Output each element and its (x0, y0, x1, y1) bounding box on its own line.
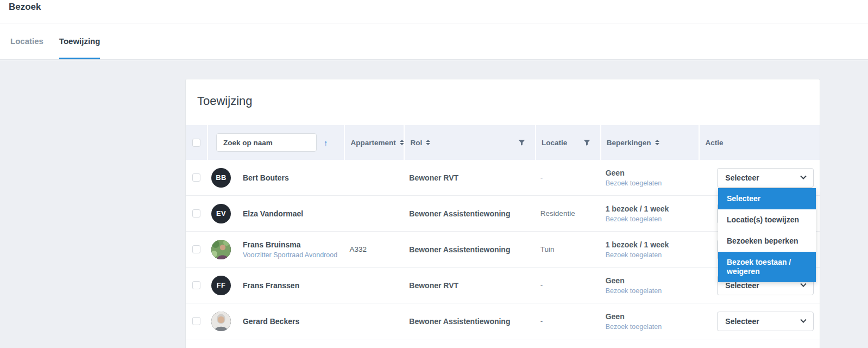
name-block: Bert Bouters (243, 173, 289, 182)
role-cell: Bewoner RVT (404, 268, 535, 303)
avatar (211, 240, 231, 259)
row-select-cell (186, 160, 207, 195)
role-cell: Bewoner Assistentiewoning (404, 303, 535, 339)
location-value: - (540, 317, 543, 325)
dropdown-menu-item[interactable]: Selecteer (718, 188, 816, 209)
apartment-cell: A332 (344, 232, 404, 267)
name-block: Frans Franssen (243, 281, 299, 290)
name-block: Elza Vandormael (243, 209, 303, 218)
restrictions-block: Geen Bezoek toegelaten (606, 169, 662, 187)
role-cell: Bewoner RVT (404, 160, 535, 195)
filter-icon[interactable] (583, 139, 590, 146)
restriction-note: Bezoek toegelaten (606, 215, 669, 223)
restrictions-cell: Geen Bezoek toegelaten (600, 268, 699, 303)
profile-photo (211, 240, 231, 259)
resident-name: Frans Bruinsma (243, 240, 337, 249)
tab-locaties[interactable]: Locaties (10, 23, 43, 59)
row-select-cell (186, 268, 207, 303)
action-select-button[interactable]: Selecteer (717, 312, 814, 331)
name-cell: Frans Bruinsma Voorzitter Sportraad Avon… (207, 232, 344, 267)
restrictions-block: Geen Bezoek toegelaten (606, 312, 662, 331)
role-value: Bewoner Assistentiewoning (409, 317, 510, 326)
column-label: Locatie (542, 139, 567, 147)
header-cell-rol[interactable]: Rol (404, 125, 535, 160)
name-cell: FF Frans Franssen (207, 268, 344, 303)
restrictions-block: 1 bezoek / 1 week Bezoek toegelaten (606, 204, 669, 223)
apartment-cell (344, 303, 404, 339)
avatar (211, 312, 231, 331)
resident-name: Bert Bouters (243, 173, 289, 182)
dropdown-menu-item[interactable]: Locatie(s) toewijzen (718, 209, 816, 231)
location-cell: - (535, 160, 600, 195)
header-cell-locatie[interactable]: Locatie (535, 125, 600, 160)
avatar: BB (211, 168, 231, 188)
row-checkbox[interactable] (192, 209, 200, 217)
action-select-label: Selecteer (725, 317, 759, 326)
action-select-label: Selecteer (725, 173, 759, 182)
restrictions-cell: Geen Bezoek toegelaten (600, 160, 699, 195)
location-value: Tuin (540, 245, 555, 253)
header-cell-beperkingen[interactable]: Beperkingen (600, 125, 699, 160)
header-cell-name: ↑ (207, 125, 344, 160)
restriction-note: Bezoek toegelaten (606, 323, 662, 331)
row-checkbox[interactable] (192, 245, 200, 253)
action-cell: Selecteer (699, 303, 820, 339)
restriction-value: Geen (606, 312, 662, 321)
role-value: Bewoner RVT (409, 173, 458, 182)
header-cell-actie: Actie (699, 125, 820, 160)
sort-icon[interactable] (426, 140, 430, 145)
row-checkbox[interactable] (192, 173, 200, 182)
row-select-cell (186, 303, 207, 339)
header-cell-appartement[interactable]: Appartement (344, 125, 404, 160)
column-label: Beperkingen (607, 139, 651, 147)
role-value: Bewoner Assistentiewoning (409, 245, 510, 254)
resident-name: Elza Vandormael (243, 209, 303, 218)
table-header-row: ↑ Appartement Rol Locatie Beperkinge (186, 125, 820, 160)
search-input[interactable] (216, 133, 317, 152)
card-title: Toewijzing (197, 94, 820, 108)
restriction-note: Bezoek toegelaten (606, 179, 662, 187)
restriction-note: Bezoek toegelaten (606, 251, 669, 259)
select-all-checkbox[interactable] (192, 139, 200, 147)
toewijzing-card: Toewijzing ↑ Appartement Rol (185, 79, 820, 348)
profile-photo (211, 312, 231, 331)
location-value: Residentie (540, 209, 575, 217)
table-row: Gerard Beckers Bewoner Assistentiewoning… (186, 303, 820, 339)
role-value: Bewoner RVT (409, 281, 458, 290)
resident-name: Frans Franssen (243, 281, 299, 290)
row-select-cell (186, 196, 207, 231)
page-title: Bezoek (9, 1, 859, 13)
sort-icon[interactable] (655, 140, 659, 145)
name-cell: BB Bert Bouters (207, 160, 344, 195)
tab-toewijzing[interactable]: Toewijzing (59, 23, 100, 59)
row-select-cell (186, 232, 207, 267)
location-cell: - (535, 268, 600, 303)
restrictions-cell: Geen Bezoek toegelaten (600, 303, 699, 339)
dropdown-menu-item[interactable]: Bezoeken beperken (718, 231, 816, 252)
content-area: Toewijzing ↑ Appartement Rol (0, 60, 868, 348)
avatar: EV (211, 204, 231, 223)
row-checkbox[interactable] (192, 317, 200, 325)
filter-icon[interactable] (518, 139, 525, 146)
restrictions-cell: 1 bezoek / 1 week Bezoek toegelaten (600, 232, 699, 267)
tab-bar: Locaties Toewijzing (0, 23, 868, 60)
sort-asc-icon[interactable]: ↑ (324, 138, 328, 147)
action-dropdown-menu: Selecteer Locatie(s) toewijzen Bezoeken … (718, 188, 816, 282)
top-bar: Bezoek (0, 0, 868, 23)
action-select-button[interactable]: Selecteer (717, 168, 814, 188)
name-cell: Gerard Beckers (207, 303, 344, 339)
location-value: - (540, 173, 543, 182)
apartment-cell (344, 268, 404, 303)
role-value: Bewoner Assistentiewoning (409, 209, 510, 218)
avatar-initials: EV (216, 209, 226, 217)
location-cell: - (535, 303, 600, 339)
row-checkbox[interactable] (192, 281, 200, 289)
dropdown-menu-item[interactable]: Bezoek toestaan / weigeren (718, 252, 816, 282)
apartment-cell (344, 160, 404, 195)
restriction-value: 1 bezoek / 1 week (606, 240, 669, 249)
avatar-initials: FF (217, 281, 225, 289)
avatar-initials: BB (216, 173, 226, 182)
header-cell-select-all (186, 125, 207, 160)
column-label: Actie (705, 139, 723, 147)
restriction-value: 1 bezoek / 1 week (606, 204, 669, 213)
